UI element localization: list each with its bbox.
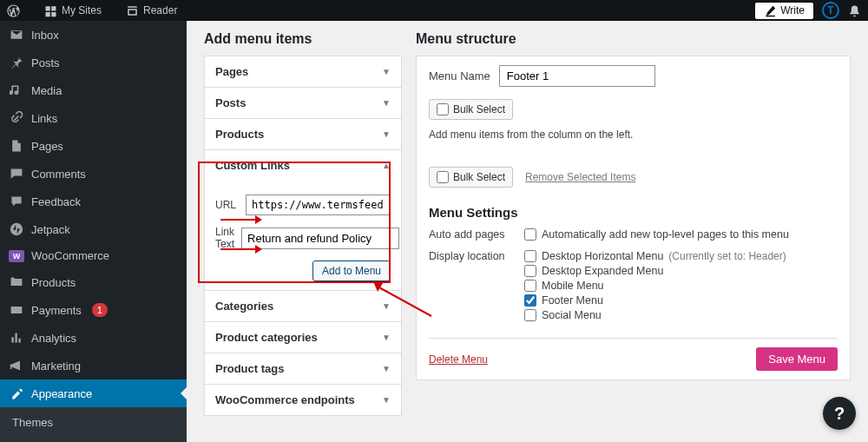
wp-logo[interactable] [0, 0, 27, 21]
sidebar-item-products[interactable]: Products [0, 268, 187, 296]
menu-name-label: Menu Name [429, 69, 490, 82]
accordion-pages[interactable]: Pages▼ [205, 56, 401, 88]
chevron-down-icon: ▼ [382, 67, 391, 76]
my-sites-link[interactable]: My Sites [37, 0, 108, 21]
accordion-custom-links: Custom Links▲ URL Link Text Add to Menu [205, 150, 401, 291]
chevron-down-icon: ▼ [382, 364, 391, 373]
chevron-up-icon: ▲ [382, 161, 391, 170]
woocommerce-icon: W [9, 250, 24, 262]
location-social[interactable]: Social Menu [524, 309, 838, 321]
url-label: URL [215, 199, 239, 211]
accordion-woo-endpoints[interactable]: WooCommerce endpoints▼ [205, 385, 401, 415]
bulk-select-bottom[interactable]: Bulk Select [429, 167, 513, 188]
sidebar-item-links[interactable]: Links [0, 104, 187, 132]
menu-settings-heading: Menu Settings [429, 205, 838, 220]
submenu-themes[interactable]: Themes [0, 411, 187, 434]
jetpack-icon [9, 221, 24, 237]
menu-structure-panel: Menu Name Bulk Select Add menu items fro… [416, 56, 851, 380]
sidebar-item-marketing[interactable]: Marketing [0, 352, 187, 379]
chevron-down-icon: ▼ [382, 98, 391, 108]
bulk-select-top[interactable]: Bulk Select [429, 99, 513, 120]
menu-structure-heading: Menu structure [416, 31, 851, 47]
payments-icon [9, 302, 24, 318]
add-items-heading: Add menu items [204, 31, 402, 47]
accordion-posts[interactable]: Posts▼ [205, 88, 401, 119]
main-content: Add menu items Pages▼ Posts▼ Products▼ C… [187, 21, 868, 442]
accordion-custom-links-header[interactable]: Custom Links▲ [205, 150, 401, 181]
accordion-product-tags[interactable]: Product tags▼ [205, 353, 401, 385]
mail-icon [9, 27, 24, 43]
page-icon [9, 138, 24, 154]
delete-menu-link[interactable]: Delete Menu [429, 353, 488, 366]
media-icon [9, 82, 24, 98]
chevron-down-icon: ▼ [382, 301, 391, 311]
my-sites-icon [44, 4, 57, 17]
sidebar-item-comments[interactable]: Comments [0, 160, 187, 188]
sidebar-item-appearance[interactable]: Appearance [0, 379, 187, 407]
menu-name-input[interactable] [499, 65, 655, 87]
sidebar-item-payments[interactable]: Payments1 [0, 296, 187, 324]
sidebar-item-media[interactable]: Media [0, 76, 187, 104]
pencil-icon [764, 4, 777, 17]
chevron-down-icon: ▼ [382, 333, 391, 342]
wordpress-icon [7, 4, 20, 17]
sidebar-item-inbox[interactable]: Inbox [0, 21, 187, 49]
chevron-down-icon: ▼ [382, 395, 391, 405]
accordion-categories[interactable]: Categories▼ [205, 291, 401, 322]
location-desktop-expanded[interactable]: Desktop Expanded Menu [524, 265, 838, 277]
reader-label: Reader [143, 4, 177, 16]
url-input[interactable] [246, 195, 391, 215]
accordion-products[interactable]: Products▼ [205, 119, 401, 150]
sidebar-item-analytics[interactable]: Analytics [0, 324, 187, 352]
sidebar-item-pages[interactable]: Pages [0, 132, 187, 160]
appearance-submenu: Themes Customize Widgets Menus [0, 407, 187, 442]
link-text-input[interactable] [241, 228, 399, 249]
location-footer[interactable]: Footer Menu [524, 294, 838, 307]
location-desktop-horizontal[interactable]: Desktop Horizontal Menu (Currently set t… [524, 250, 838, 262]
remove-selected-link[interactable]: Remove Selected Items [525, 171, 635, 183]
submenu-customize[interactable]: Customize [0, 434, 187, 442]
save-menu-button[interactable]: Save Menu [756, 347, 838, 371]
sidebar-item-feedback[interactable]: Feedback [0, 188, 187, 215]
admin-sidebar: Inbox Posts Media Links Pages Comments F… [0, 21, 187, 442]
add-to-menu-button[interactable]: Add to Menu [312, 261, 391, 281]
pushpin-icon [9, 55, 24, 70]
products-icon [9, 274, 24, 290]
location-mobile[interactable]: Mobile Menu [524, 280, 838, 292]
add-menu-items-panel: Add menu items Pages▼ Posts▼ Products▼ C… [204, 31, 402, 416]
display-location-label: Display location [429, 250, 507, 324]
reader-icon [126, 4, 139, 17]
menu-items-accordion: Pages▼ Posts▼ Products▼ Custom Links▲ UR… [204, 56, 402, 416]
write-button[interactable]: Write [755, 3, 813, 19]
feedback-icon [9, 194, 24, 209]
sidebar-item-woocommerce[interactable]: WWooCommerce [0, 243, 187, 268]
auto-add-label: Auto add pages [429, 228, 507, 243]
link-icon [9, 110, 24, 126]
svg-point-0 [10, 223, 23, 235]
notifications-icon[interactable] [848, 4, 861, 17]
link-text-label: Link Text [215, 226, 234, 250]
auto-add-option[interactable]: Automatically add new top-level pages to… [524, 228, 838, 241]
admin-bar: My Sites Reader Write T [0, 0, 868, 21]
help-fab-button[interactable]: ? [823, 397, 856, 430]
sidebar-item-jetpack[interactable]: Jetpack [0, 215, 187, 243]
chevron-down-icon: ▼ [382, 129, 391, 139]
empty-hint: Add menu items from the column on the le… [429, 129, 838, 141]
sidebar-item-posts[interactable]: Posts [0, 49, 187, 76]
analytics-icon [9, 330, 24, 346]
reader-link[interactable]: Reader [119, 0, 184, 21]
comments-icon [9, 166, 24, 181]
my-sites-label: My Sites [62, 4, 102, 16]
accordion-product-categories[interactable]: Product categories▼ [205, 322, 401, 353]
badge: 1 [92, 303, 108, 317]
avatar[interactable]: T [822, 2, 839, 19]
marketing-icon [9, 358, 24, 373]
appearance-icon [9, 386, 24, 401]
